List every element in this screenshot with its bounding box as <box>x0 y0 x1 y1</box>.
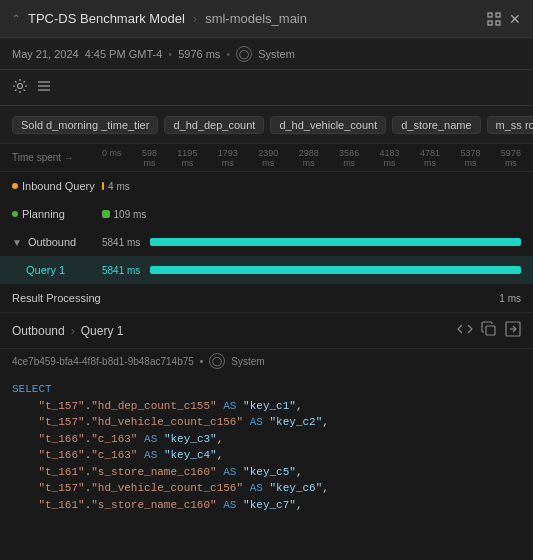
svg-rect-2 <box>488 21 492 25</box>
planning-bar-area: 109 ms <box>102 210 521 218</box>
timeline-row-outbound[interactable]: ▼ Outbound 5841 ms <box>0 228 533 256</box>
expand-icon[interactable] <box>487 12 501 26</box>
close-icon[interactable]: ✕ <box>509 11 521 27</box>
tick-4: 2390ms <box>258 148 278 168</box>
timeline-row-result[interactable]: Result Processing 1 ms <box>0 284 533 312</box>
planning-bar <box>102 210 110 218</box>
breadcrumb-outbound[interactable]: Outbound <box>12 324 65 338</box>
svg-point-4 <box>18 84 23 89</box>
result-label: Result Processing <box>12 292 102 304</box>
tick-5: 2988ms <box>299 148 319 168</box>
share-icon[interactable] <box>505 321 521 340</box>
back-chevron-icon[interactable]: ⌃ <box>12 13 20 24</box>
timeline-header: Time spent → 0 ms 598ms 1195ms 1793ms 23… <box>0 144 533 172</box>
planning-dot-icon <box>12 211 18 217</box>
outbound-bar <box>150 238 521 246</box>
titlebar: ⌃ TPC-DS Benchmark Model › sml-models_ma… <box>0 0 533 38</box>
query1-label: Query 1 <box>12 264 102 276</box>
inbound-label: Inbound Query <box>12 180 102 192</box>
timeline-axis-label: Time spent → <box>12 152 102 163</box>
branch-label: sml-models_main <box>205 11 307 26</box>
titlebar-separator: › <box>193 11 197 26</box>
code-area[interactable]: SELECT "t_157"."hd_dep_count_c155" AS "k… <box>0 373 533 513</box>
svg-rect-8 <box>486 326 495 335</box>
timeline-ticks: 0 ms 598ms 1195ms 1793ms 2390ms 2988ms 3… <box>102 148 521 168</box>
tick-1: 598ms <box>142 148 157 168</box>
result-value: 1 ms <box>499 293 521 304</box>
tick-10: 5976ms <box>501 148 521 168</box>
tick-9: 5378ms <box>460 148 480 168</box>
tag-2[interactable]: d_hd_vehicle_count <box>270 116 386 134</box>
code-view-icon[interactable] <box>457 321 473 340</box>
svg-rect-0 <box>488 13 492 17</box>
bottom-user: System <box>231 356 264 367</box>
bottom-user-icon: ◯ <box>209 353 225 369</box>
meta-time: 4:45 PM GMT-4 <box>85 48 163 60</box>
result-bar-area: 1 ms <box>102 294 521 302</box>
settings-icon[interactable] <box>12 78 28 97</box>
inbound-value: 4 ms <box>108 181 130 192</box>
list-icon[interactable] <box>36 78 52 97</box>
query-id: 4ce7b459-bfa4-4f8f-b8d1-9b48ac714b75 <box>12 356 194 367</box>
bottom-header: Outbound › Query 1 <box>0 313 533 349</box>
tag-0[interactable]: Sold d_morning _time_tier <box>12 116 158 134</box>
breadcrumb-query1[interactable]: Query 1 <box>81 324 124 338</box>
expand-toggle-icon[interactable]: ▼ <box>12 237 22 248</box>
query1-bar <box>150 266 521 274</box>
tag-3[interactable]: d_store_name <box>392 116 480 134</box>
inbound-bar <box>102 182 104 190</box>
model-title: TPC-DS Benchmark Model <box>28 11 185 26</box>
meta-user: System <box>258 48 295 60</box>
timeline-row-planning[interactable]: Planning 109 ms <box>0 200 533 228</box>
bottom-meta: 4ce7b459-bfa4-4f8f-b8d1-9b48ac714b75 • ◯… <box>0 349 533 373</box>
tag-4[interactable]: m_ss row counter_sum <box>487 116 533 134</box>
tick-6: 3586ms <box>339 148 359 168</box>
query1-bar-area: 5841 ms <box>102 266 521 274</box>
tick-2: 1195ms <box>177 148 197 168</box>
bottom-header-actions <box>457 321 521 340</box>
breadcrumb-sep-icon: › <box>71 324 75 338</box>
inbound-bar-area: 4 ms <box>102 182 521 190</box>
titlebar-actions: ✕ <box>487 11 521 27</box>
planning-label: Planning <box>12 208 102 220</box>
meta-bar: May 21, 2024 4:45 PM GMT-4 • 5976 ms • ◯… <box>0 38 533 70</box>
tick-8: 4781ms <box>420 148 440 168</box>
bottom-section: Outbound › Query 1 <box>0 313 533 513</box>
tags-row: Sold d_morning _time_tier d_hd_dep_count… <box>0 106 533 144</box>
tick-3: 1793ms <box>218 148 238 168</box>
planning-value: 109 ms <box>114 209 147 220</box>
copy-icon[interactable] <box>481 321 497 340</box>
tag-1[interactable]: d_hd_dep_count <box>164 116 264 134</box>
outbound-value: 5841 ms <box>102 237 140 248</box>
timeline-row-inbound[interactable]: Inbound Query 4 ms <box>0 172 533 200</box>
meta-sep: • <box>200 356 204 367</box>
meta-date: May 21, 2024 <box>12 48 79 60</box>
outbound-label: ▼ Outbound <box>12 236 102 248</box>
bottom-breadcrumb: Outbound › Query 1 <box>12 324 123 338</box>
tick-7: 4183ms <box>380 148 400 168</box>
timeline-section: Time spent → 0 ms 598ms 1195ms 1793ms 23… <box>0 144 533 313</box>
tick-0: 0 ms <box>102 148 122 168</box>
meta-rows: 5976 ms <box>178 48 220 60</box>
toolbar <box>0 70 533 106</box>
inbound-dot-icon <box>12 183 18 189</box>
timeline-row-query1[interactable]: Query 1 5841 ms <box>0 256 533 284</box>
user-icon: ◯ <box>236 46 252 62</box>
svg-rect-3 <box>496 21 500 25</box>
svg-rect-1 <box>496 13 500 17</box>
outbound-bar-area: 5841 ms <box>102 238 521 246</box>
query1-value: 5841 ms <box>102 265 140 276</box>
